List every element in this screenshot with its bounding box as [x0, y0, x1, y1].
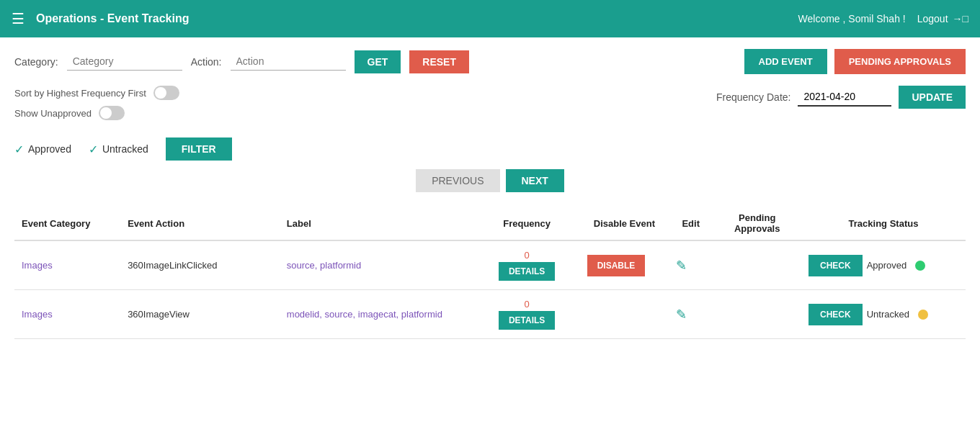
col-header-pending-approvals: Pending Approvals [713, 207, 801, 240]
tracking-status-text: Untracked [867, 309, 909, 320]
header-title: Operations - Event Tracking [36, 12, 798, 25]
header: ☰ Operations - Event Tracking Welcome , … [0, 0, 980, 37]
frequency-date-label: Frequency Date: [716, 91, 791, 103]
main-content: Category: Action: GET RESET ADD EVENT PE… [0, 37, 980, 351]
next-button[interactable]: NEXT [506, 169, 564, 192]
logout-button[interactable]: Logout →□ [917, 13, 968, 24]
unapproved-toggle[interactable] [99, 106, 125, 120]
filter-right: ADD EVENT PENDING APPROVALS [744, 49, 966, 74]
frequency-cell: 0 DETAILS [474, 290, 580, 339]
events-table: Event Category Event Action Label Freque… [14, 207, 966, 339]
header-right: Welcome , Somil Shah ! Logout →□ [798, 13, 968, 24]
logout-label: Logout [917, 13, 948, 24]
tracking-status-text: Approved [867, 260, 907, 271]
event-action-value: 360ImageView [128, 309, 190, 320]
edit-cell: ✎ [669, 240, 713, 290]
event-category-value: Images [22, 260, 53, 271]
event-category-cell: Images [14, 290, 120, 339]
previous-button[interactable]: PREVIOUS [416, 169, 499, 192]
col-header-disable-event: Disable Event [580, 207, 669, 240]
unapproved-toggle-item: Show Unapproved [14, 106, 179, 120]
disable-cell [580, 290, 669, 339]
pagination-row: PREVIOUS NEXT [14, 169, 966, 192]
status-dot [918, 310, 928, 320]
update-button[interactable]: UPDATE [899, 86, 966, 109]
check-button[interactable]: CHECK [808, 255, 863, 276]
status-dot [915, 261, 925, 271]
get-button[interactable]: GET [355, 50, 401, 73]
col-header-tracking-status: Tracking Status [801, 207, 966, 240]
col-header-event-category: Event Category [14, 207, 120, 240]
edit-icon[interactable]: ✎ [676, 258, 687, 273]
pending-approvals-button[interactable]: PENDING APPROVALS [834, 49, 966, 74]
table-row: Images360ImageLinkClickedsource, platfor… [14, 240, 966, 290]
edit-icon[interactable]: ✎ [676, 307, 687, 322]
unapproved-label: Show Unapproved [14, 108, 92, 119]
table-row: Images360ImageViewmodelid, source, image… [14, 290, 966, 339]
pending-approvals-cell [713, 240, 801, 290]
label-cell: source, platformid [280, 240, 474, 290]
event-action-cell: 360ImageView [120, 290, 280, 339]
col-header-event-action: Event Action [120, 207, 280, 240]
toggle-row: Sort by Highest Frequency First Show Una… [14, 86, 179, 120]
tracking-status-cell: CHECK Untracked [801, 290, 966, 339]
frequency-date-row: Frequency Date: UPDATE [716, 86, 966, 109]
filter-row: Category: Action: GET RESET ADD EVENT PE… [14, 49, 966, 74]
frequency-cell: 0 DETAILS [474, 240, 580, 290]
category-label: Category: [14, 56, 58, 68]
header-welcome: Welcome , Somil Shah ! [798, 13, 906, 24]
untracked-legend-label: Untracked [102, 143, 148, 155]
edit-cell: ✎ [669, 290, 713, 339]
event-category-cell: Images [14, 240, 120, 290]
untracked-legend: ✓ Untracked [89, 143, 148, 156]
sort-toggle-item: Sort by Highest Frequency First [14, 86, 179, 100]
pending-approvals-cell [713, 290, 801, 339]
event-action-cell: 360ImageLinkClicked [120, 240, 280, 290]
filter-button[interactable]: FILTER [166, 137, 232, 161]
label-cell: modelid, source, imagecat, platformid [280, 290, 474, 339]
table-body: Images360ImageLinkClickedsource, platfor… [14, 240, 966, 339]
approved-legend-label: Approved [28, 143, 71, 155]
frequency-count: 0 [481, 250, 573, 261]
frequency-date-input[interactable] [798, 88, 891, 107]
disable-cell: DISABLE [580, 240, 669, 290]
label-value: source, platformid [287, 260, 361, 271]
action-input[interactable] [231, 53, 346, 71]
label-value: modelid, source, imagecat, platformid [287, 309, 442, 320]
sort-label: Sort by Highest Frequency First [14, 88, 146, 99]
sort-toggle[interactable] [153, 86, 179, 100]
approved-legend: ✓ Approved [14, 143, 71, 156]
reset-button[interactable]: RESET [409, 50, 469, 73]
details-button[interactable]: DETAILS [499, 262, 555, 281]
col-header-edit: Edit [669, 207, 713, 240]
frequency-count: 0 [481, 299, 573, 310]
col-header-frequency: Frequency [474, 207, 580, 240]
menu-icon[interactable]: ☰ [12, 10, 24, 27]
event-category-value: Images [22, 309, 53, 320]
logout-icon: →□ [953, 13, 968, 24]
check-button[interactable]: CHECK [808, 304, 863, 325]
tracking-status-cell: CHECK Approved [801, 240, 966, 290]
col-header-label: Label [280, 207, 474, 240]
action-label: Action: [191, 56, 222, 68]
event-action-value: 360ImageLinkClicked [128, 260, 217, 271]
disable-button[interactable]: DISABLE [587, 255, 646, 276]
table-header: Event Category Event Action Label Freque… [14, 207, 966, 240]
add-event-button[interactable]: ADD EVENT [744, 49, 827, 74]
legend-row: ✓ Approved ✓ Untracked FILTER [14, 137, 966, 161]
approved-check-icon: ✓ [14, 143, 24, 156]
untracked-check-icon: ✓ [89, 143, 98, 156]
category-input[interactable] [67, 53, 182, 71]
details-button[interactable]: DETAILS [499, 311, 555, 330]
